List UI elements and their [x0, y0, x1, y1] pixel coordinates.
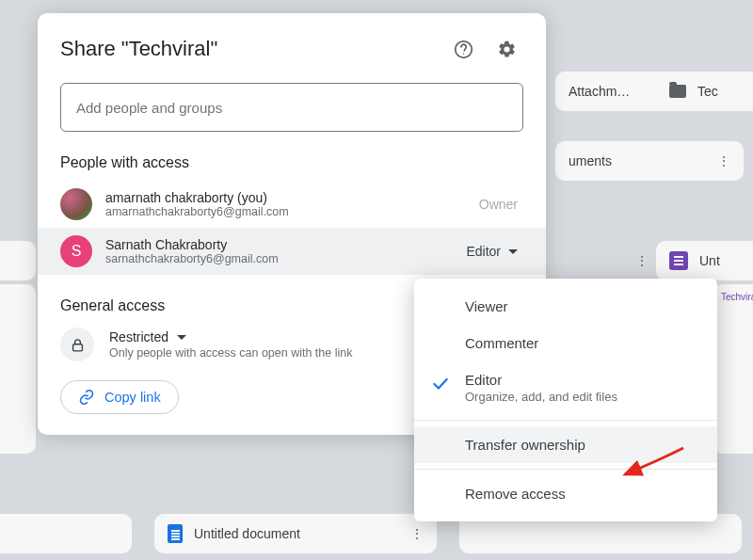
add-people-input[interactable] — [60, 83, 523, 132]
bg-folder-chip[interactable]: uments ⋮ — [555, 141, 744, 181]
bg-chip-label: Untitled document — [194, 526, 300, 541]
menu-separator — [414, 420, 717, 421]
menu-item-editor[interactable]: Editor Organize, add, and edit files — [414, 361, 717, 414]
more-icon[interactable]: ⋮ — [717, 153, 730, 168]
more-icon[interactable]: ⋮ — [410, 526, 424, 541]
more-icon[interactable]: ⋮ — [635, 253, 649, 268]
person-name: amarnath chakraborty (you) — [105, 190, 466, 205]
docs-icon — [168, 524, 183, 543]
menu-item-label: Viewer — [465, 298, 508, 314]
general-access-label: Restricted — [109, 329, 168, 344]
help-icon[interactable] — [446, 32, 480, 66]
person-email: sarnathchakraborty6@gmail.com — [105, 252, 447, 265]
menu-item-commenter[interactable]: Commenter — [414, 325, 717, 361]
bg-chip-label: Attachm… — [569, 84, 630, 99]
role-menu: Viewer Commenter Editor Organize, add, a… — [414, 279, 717, 521]
copy-link-label: Copy link — [104, 390, 161, 405]
bg-preview-card: Techviral — [713, 284, 753, 454]
avatar — [60, 188, 92, 220]
svg-rect-2 — [72, 344, 82, 350]
bg-file-chip[interactable]: Unt ⋮ — [656, 241, 753, 280]
chevron-down-icon — [177, 335, 186, 340]
lock-icon — [60, 328, 94, 361]
settings-icon[interactable] — [489, 32, 523, 66]
bg-chip-label: uments — [569, 153, 612, 168]
bg-folder-chip[interactable]: Tec — [656, 72, 753, 111]
menu-item-label: Editor — [465, 372, 617, 388]
menu-item-viewer[interactable]: Viewer — [414, 288, 717, 325]
person-row-owner: amarnath chakraborty (you) amarnathchakr… — [38, 181, 546, 228]
role-dropdown-label: Editor — [466, 244, 501, 259]
svg-point-1 — [462, 53, 464, 55]
general-access-meta: Restricted Only people with access can o… — [109, 329, 352, 360]
person-meta: Sarnath Chakraborty sarnathchakraborty6@… — [105, 237, 447, 265]
avatar-initial: S — [72, 243, 82, 260]
bg-chip — [0, 514, 132, 553]
people-with-access-heading: People with access — [60, 154, 523, 171]
menu-item-sublabel: Organize, add, and edit files — [465, 390, 617, 404]
person-email: amarnathchakraborty6@gmail.com — [105, 205, 466, 218]
menu-item-label: Remove access — [465, 486, 566, 502]
bg-card — [0, 284, 36, 454]
copy-link-button[interactable]: Copy link — [60, 380, 179, 414]
general-access-dropdown[interactable]: Restricted — [109, 329, 352, 344]
chevron-down-icon — [508, 249, 518, 254]
link-icon — [78, 389, 95, 406]
menu-item-label: Commenter — [465, 335, 538, 351]
bg-chip-label: Tec — [697, 84, 718, 99]
bg-file-chip[interactable]: Untitled document ⋮ — [154, 514, 437, 553]
dialog-header: Share "Techviral" — [60, 32, 523, 66]
check-icon — [431, 375, 450, 393]
menu-item-transfer-ownership[interactable]: Transfer ownership — [414, 426, 717, 463]
menu-separator — [414, 469, 717, 470]
role-label-owner: Owner — [479, 197, 518, 212]
bg-chip-label: Unt — [699, 253, 720, 268]
folder-icon — [669, 85, 686, 98]
menu-item-remove-access[interactable]: Remove access — [414, 475, 717, 512]
role-dropdown[interactable]: Editor — [460, 240, 523, 263]
person-row-editor: S Sarnath Chakraborty sarnathchakraborty… — [38, 228, 546, 275]
general-access-sub: Only people with access can open with th… — [109, 346, 352, 360]
bg-preview-title: Techviral — [721, 292, 753, 302]
dialog-title: Share "Techviral" — [60, 37, 437, 61]
bg-chip: at with — [0, 241, 36, 280]
person-name: Sarnath Chakraborty — [105, 237, 447, 252]
menu-item-label: Transfer ownership — [465, 437, 585, 453]
person-meta: amarnath chakraborty (you) amarnathchakr… — [105, 190, 466, 218]
forms-icon — [669, 251, 688, 270]
avatar: S — [60, 235, 92, 267]
